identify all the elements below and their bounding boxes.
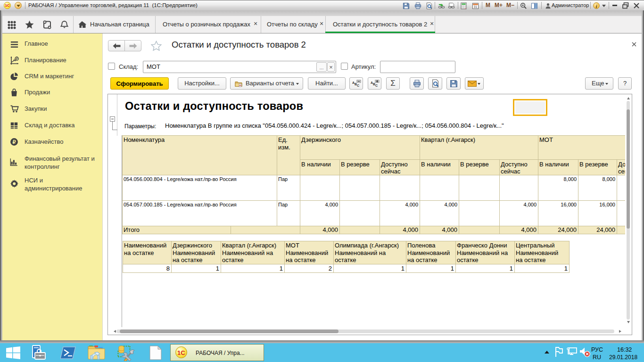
svg-text:C: C	[375, 84, 378, 87]
svg-text:₽: ₽	[12, 139, 16, 145]
svg-text:C: C	[357, 84, 359, 87]
svg-text:₽: ₽	[16, 57, 18, 61]
svg-text:31: 31	[474, 5, 478, 8]
